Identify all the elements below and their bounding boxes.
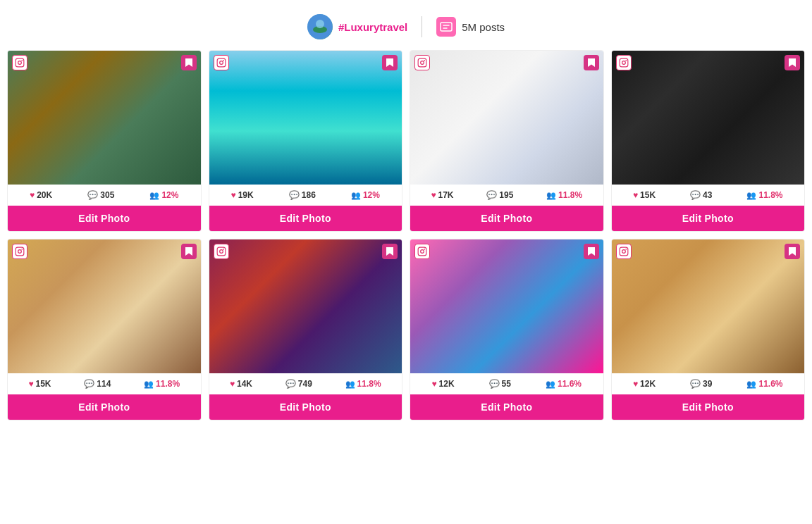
stat-comments-1: 💬 305 (87, 190, 114, 200)
likes-value-4: 15K (640, 190, 656, 200)
likes-value-8: 12K (640, 379, 656, 389)
edit-photo-button-2[interactable]: Edit Photo (209, 206, 402, 231)
save-badge-6[interactable] (382, 244, 398, 259)
heart-icon-4: ♥ (633, 190, 638, 200)
instagram-badge-4 (616, 55, 632, 70)
svg-point-27 (625, 249, 627, 250)
header-divider (422, 16, 422, 37)
card-stats-1: ♥ 20K 💬 305 👥 12% (8, 185, 201, 206)
posts-count-label: 5M posts (462, 21, 505, 33)
save-badge-7[interactable] (584, 244, 599, 259)
stat-engagement-8: 👥 11.6% (746, 379, 782, 389)
instagram-badge-5 (12, 244, 27, 259)
svg-rect-13 (620, 58, 628, 67)
card-image-5 (8, 239, 201, 373)
stat-likes-4: ♥ 15K (633, 190, 656, 200)
likes-value-2: 19K (238, 190, 254, 200)
svg-rect-4 (16, 58, 24, 67)
hashtag-label: #Luxurytravel (338, 21, 407, 33)
edit-photo-button-1[interactable]: Edit Photo (8, 206, 201, 231)
svg-point-20 (219, 250, 223, 254)
comments-value-5: 114 (97, 379, 111, 389)
svg-point-24 (424, 249, 425, 250)
edit-photo-button-4[interactable]: Edit Photo (612, 206, 805, 231)
heart-icon-8: ♥ (633, 379, 638, 389)
edit-photo-button-6[interactable]: Edit Photo (209, 394, 402, 420)
users-icon-5: 👥 (144, 380, 154, 389)
svg-point-26 (622, 250, 625, 254)
stat-likes-2: ♥ 19K (231, 190, 254, 200)
heart-icon-3: ♥ (431, 190, 436, 200)
stat-comments-3: 💬 195 (486, 190, 513, 200)
comment-icon-2: 💬 (289, 190, 300, 200)
photo-card-8: ♥ 12K 💬 39 👥 11.6% Edit Photo (611, 239, 806, 420)
svg-point-18 (21, 249, 23, 250)
comments-value-2: 186 (302, 190, 316, 200)
engagement-value-5: 11.8% (156, 379, 180, 389)
engagement-value-7: 11.6% (558, 379, 582, 389)
card-image-6 (209, 239, 402, 373)
stat-likes-8: ♥ 12K (633, 379, 656, 389)
stat-likes-7: ♥ 12K (431, 379, 454, 389)
card-stats-5: ♥ 15K 💬 114 👥 11.8% (8, 373, 201, 394)
edit-photo-button-3[interactable]: Edit Photo (410, 206, 603, 231)
comment-icon-7: 💬 (489, 379, 500, 389)
photo-card-6: ♥ 14K 💬 749 👥 11.8% Edit Photo (209, 239, 403, 420)
likes-value-1: 20K (37, 190, 52, 200)
card-image-3 (410, 51, 603, 185)
edit-photo-button-5[interactable]: Edit Photo (8, 394, 201, 420)
svg-point-5 (18, 61, 22, 65)
photo-card-1: ♥ 20K 💬 305 👥 12% Edit Photo (7, 50, 202, 232)
comments-value-8: 39 (703, 379, 712, 389)
svg-rect-7 (217, 58, 226, 67)
svg-rect-16 (16, 247, 24, 256)
comments-value-1: 305 (100, 190, 114, 200)
save-badge-8[interactable] (785, 244, 800, 259)
svg-point-23 (421, 250, 424, 254)
stat-engagement-6: 👥 11.8% (345, 379, 381, 389)
stat-likes-6: ♥ 14K (230, 379, 252, 389)
heart-icon-7: ♥ (431, 379, 436, 389)
save-badge-4[interactable] (785, 55, 800, 70)
instagram-badge-2 (214, 55, 229, 70)
hashtag-avatar (307, 14, 333, 39)
stat-engagement-4: 👥 11.8% (746, 190, 782, 200)
svg-point-15 (625, 60, 627, 61)
photo-card-5: ♥ 15K 💬 114 👥 11.8% Edit Photo (7, 239, 202, 420)
edit-photo-button-7[interactable]: Edit Photo (410, 394, 603, 420)
users-icon-4: 👥 (746, 191, 756, 200)
engagement-value-6: 11.8% (357, 379, 381, 389)
save-badge-1[interactable] (181, 55, 197, 70)
photo-card-3: ♥ 17K 💬 195 👥 11.8% Edit Photo (410, 50, 604, 232)
heart-icon-5: ♥ (28, 379, 33, 389)
stat-comments-4: 💬 43 (690, 190, 712, 200)
svg-rect-10 (418, 58, 426, 67)
comment-icon-6: 💬 (285, 379, 296, 389)
stat-engagement-5: 👥 11.8% (144, 379, 180, 389)
svg-rect-19 (217, 247, 226, 256)
edit-photo-button-8[interactable]: Edit Photo (612, 394, 805, 420)
card-stats-7: ♥ 12K 💬 55 👥 11.6% (410, 373, 603, 394)
card-image-2 (209, 51, 402, 185)
comment-icon-4: 💬 (690, 190, 701, 200)
comments-value-4: 43 (703, 190, 712, 200)
stat-comments-8: 💬 39 (690, 379, 712, 389)
save-badge-5[interactable] (181, 244, 197, 259)
heart-icon-1: ♥ (30, 190, 35, 200)
comment-icon-3: 💬 (486, 190, 497, 200)
svg-point-11 (421, 61, 424, 65)
card-image-1 (8, 51, 201, 185)
stat-engagement-7: 👥 11.6% (546, 379, 582, 389)
users-icon-1: 👥 (149, 191, 159, 200)
engagement-value-4: 11.8% (758, 190, 782, 200)
save-badge-3[interactable] (584, 55, 599, 70)
card-image-4 (612, 51, 805, 185)
save-badge-2[interactable] (382, 55, 398, 70)
instagram-badge-3 (414, 55, 430, 70)
stat-likes-1: ♥ 20K (30, 190, 52, 200)
photo-card-2: ♥ 19K 💬 186 👥 12% Edit Photo (209, 50, 403, 232)
svg-rect-3 (441, 23, 452, 31)
photo-grid: ♥ 20K 💬 305 👥 12% Edit Photo (7, 50, 805, 420)
svg-point-14 (622, 61, 625, 65)
card-stats-3: ♥ 17K 💬 195 👥 11.8% (410, 185, 603, 206)
